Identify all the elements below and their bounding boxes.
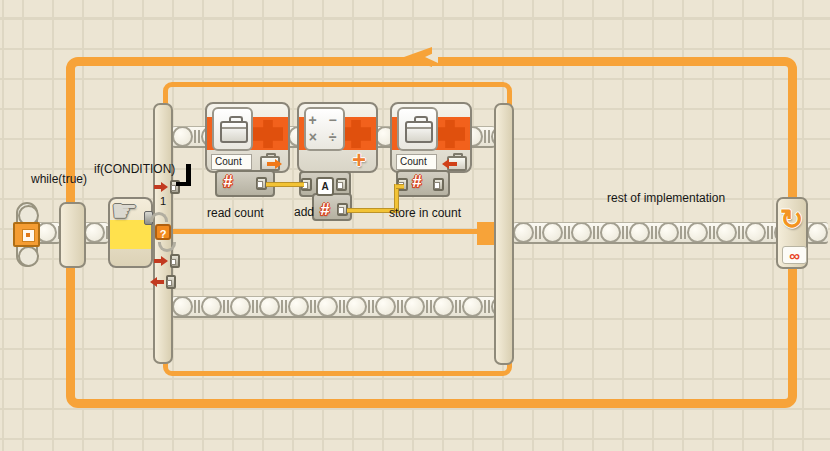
variable-name[interactable]: Count <box>396 154 437 170</box>
beam-link <box>622 226 628 239</box>
suitcase-icon <box>220 121 248 143</box>
beam-bead <box>629 222 650 243</box>
start-peg-bottom <box>18 246 39 267</box>
beam-bead <box>172 296 193 317</box>
else-branch-beam <box>172 296 495 318</box>
active-sequence-wire <box>172 229 482 234</box>
loop-start-cap[interactable] <box>59 202 86 268</box>
while-annotation[interactable]: while(true) <box>31 172 87 186</box>
beam-bead <box>571 222 592 243</box>
beam-bead <box>230 296 251 317</box>
start-button-icon[interactable] <box>13 222 40 247</box>
beam-bead <box>433 296 454 317</box>
math-symbols-icon: + −× ÷ <box>306 112 343 146</box>
beam-bead <box>658 222 679 243</box>
start-button-dot <box>26 233 30 237</box>
beam-link <box>310 300 316 313</box>
beam-link <box>281 300 287 313</box>
beam-bead <box>317 296 338 317</box>
add-operation-badge: + <box>352 146 366 174</box>
sequence-beam <box>513 222 778 244</box>
block-caption[interactable]: add <box>294 205 314 219</box>
block-caption[interactable]: store in count <box>389 206 461 220</box>
beam-bead <box>259 296 280 317</box>
variable-read-block[interactable]: Count <box>205 102 290 173</box>
loop-end-cap[interactable]: ↻ ∞ <box>776 197 808 269</box>
write-output-plug[interactable] <box>433 178 444 191</box>
number-type-icon: # <box>223 172 232 192</box>
beam-link <box>564 226 570 239</box>
suitcase-icon <box>405 121 433 143</box>
beam-bead <box>542 222 563 243</box>
beam-link <box>397 300 403 313</box>
number-wire[interactable] <box>266 182 304 187</box>
beam-bead <box>84 222 105 243</box>
beam-link <box>194 300 200 313</box>
beam-bead <box>716 222 737 243</box>
beam-link <box>194 130 200 143</box>
beam-link <box>223 300 229 313</box>
beam-bead <box>600 222 621 243</box>
beam-link <box>368 300 374 313</box>
beam-link <box>339 300 345 313</box>
variable-name[interactable]: Count <box>211 154 252 170</box>
block-caption[interactable]: read count <box>207 206 264 220</box>
beam-link <box>484 300 490 313</box>
beam-bead <box>346 296 367 317</box>
beam-link <box>767 226 773 239</box>
beam-link <box>252 300 258 313</box>
loop-cycle-icon: ↻ <box>780 203 803 236</box>
beam-bead <box>807 222 828 243</box>
math-icon-box: + −× ÷ <box>304 107 345 151</box>
beam-link <box>593 226 599 239</box>
beam-bead <box>687 222 708 243</box>
beam-bead <box>513 222 534 243</box>
math-add-block[interactable]: + −× ÷ + <box>297 102 378 173</box>
switch-input-port-icon[interactable] <box>154 253 180 269</box>
start-button-inner <box>22 229 35 242</box>
sequence-beam <box>807 222 828 244</box>
variable-write-block[interactable]: Count <box>390 102 472 173</box>
beam-bead <box>745 222 766 243</box>
switch-right-bar[interactable] <box>494 103 514 365</box>
sequence-beam <box>84 222 108 244</box>
infinity-icon: ∞ <box>789 247 800 264</box>
infinity-badge[interactable]: ∞ <box>782 246 807 264</box>
beam-bead <box>462 296 483 317</box>
add-input-b-plug[interactable] <box>336 178 347 191</box>
beam-link <box>426 300 432 313</box>
switch-output-port-icon[interactable] <box>150 274 176 290</box>
nxt-g-canvas: ☛ 1 ? Count # read count + −× <box>0 0 830 451</box>
loop-direction-arrow-notch <box>425 51 438 63</box>
switch-selector-icon[interactable]: ? <box>155 224 171 240</box>
beam-bead <box>172 126 193 147</box>
number-type-icon: # <box>320 200 329 220</box>
annotation-corner-mark <box>176 164 191 186</box>
beam-link <box>455 300 461 313</box>
rest-annotation[interactable]: rest of implementation <box>607 191 725 205</box>
beam-link <box>709 226 715 239</box>
variable-icon-box <box>397 107 438 151</box>
condition-block[interactable]: ☛ <box>108 197 153 268</box>
variable-icon-box <box>212 107 253 151</box>
beam-bead <box>201 296 222 317</box>
beam-link <box>535 226 541 239</box>
if-annotation[interactable]: if(CONDITION) <box>94 162 175 176</box>
beam-bead <box>375 296 396 317</box>
pointing-hand-icon: ☛ <box>111 193 138 228</box>
beam-link <box>651 226 657 239</box>
port-a-label: A <box>316 177 334 196</box>
beam-link <box>484 130 490 143</box>
beam-bead <box>404 296 425 317</box>
number-wire[interactable] <box>396 184 404 189</box>
number-type-icon: # <box>412 172 421 192</box>
case-number-label: 1 <box>160 195 166 207</box>
beam-link <box>680 226 686 239</box>
beam-link <box>738 226 744 239</box>
beam-bead <box>288 296 309 317</box>
